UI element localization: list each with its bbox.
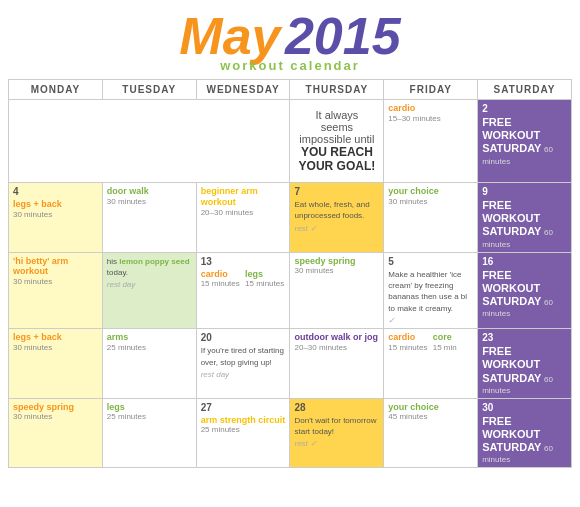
dont-wait-cell: 28 Don't wait for tomorrow start today! …: [290, 398, 384, 468]
your-choice-cell-1: your choice 30 minutes: [384, 183, 478, 253]
workout-title: arm strength circuit: [201, 415, 286, 425]
day-number: 7: [294, 186, 379, 197]
workout-item-core: core 15 min: [433, 332, 473, 352]
eat-fresh-cell: 7 Eat whole, fresh, and unprocessed food…: [290, 183, 384, 253]
weekday-tuesday: TUESDAY: [102, 80, 196, 100]
ice-cream-note-cell: 5 Make a healthier 'ice cream' by freezi…: [384, 252, 478, 329]
calendar-table: MONDAY TUESDAY WEDNESDAY THURSDAY FRIDAY…: [8, 79, 572, 468]
weekday-thursday: THURSDAY: [290, 80, 384, 100]
outdoor-walk-cell: outdoor walk or jog 20–30 minutes: [290, 329, 384, 399]
workout-minutes: 15 minutes: [201, 279, 241, 288]
workout-minutes: 25 minutes: [201, 425, 286, 434]
workout-title: 'hi betty' arm workout: [13, 256, 68, 277]
day-number: 23: [482, 332, 567, 343]
subtitle: workout calendar: [8, 58, 572, 73]
motivational-bold: YOU REACH YOUR GOAL!: [298, 145, 375, 173]
workout-minutes: 25 minutes: [107, 343, 192, 352]
workout-minutes: 15 minutes: [388, 343, 428, 352]
workout-title: cardio: [201, 269, 228, 279]
stop-giving-up-cell: 20 If you're tired of starting over, sto…: [196, 329, 290, 399]
day-number: 13: [201, 256, 286, 267]
arms-cell: arms 25 minutes: [102, 329, 196, 399]
workout-title: core: [433, 332, 452, 342]
weekday-monday: MONDAY: [9, 80, 103, 100]
free-saturday-3: 16 FREE WORKOUT SATURDAY 60 minutes: [478, 252, 572, 329]
day-number: 30: [482, 402, 567, 413]
workout-minutes: 15 minutes: [245, 279, 285, 288]
free-saturday-1: 2 FREE WORKOUT SATURDAY 60 minutes: [478, 100, 572, 183]
empty-cell: [9, 100, 290, 183]
workout-minutes: 30 minutes: [294, 266, 379, 275]
header: May 2015 workout calendar: [8, 10, 572, 73]
free-workout-label: FREE WORKOUT SATURDAY: [482, 269, 541, 307]
table-row: legs + back 30 minutes arms 25 minutes 2…: [9, 329, 572, 399]
note-text: his lemon poppy seed today.: [107, 257, 190, 277]
workout-minutes: 30 minutes: [13, 343, 98, 352]
free-workout-label: FREE WORKOUT SATURDAY: [482, 345, 541, 383]
workout-minutes: 45 minutes: [388, 412, 473, 421]
rest-day-label: rest day: [107, 280, 192, 289]
workout-minutes: 25 minutes: [107, 412, 192, 421]
table-row: 'hi betty' arm workout 30 minutes his le…: [9, 252, 572, 329]
day-number: 16: [482, 256, 567, 267]
day-number: 5: [388, 256, 473, 267]
workout-minutes: 30 minutes: [388, 197, 473, 206]
beginner-arm-cell: beginner arm workout 20–30 minutes: [196, 183, 290, 253]
free-workout-label: FREE WORKOUT SATURDAY: [482, 415, 541, 453]
note-text: Eat whole, fresh, and unprocessed foods.: [294, 200, 369, 220]
arm-strength-cell: 27 arm strength circuit 25 minutes: [196, 398, 290, 468]
workout-title: speedy spring: [294, 256, 355, 266]
workout-minutes: 15 min: [433, 343, 473, 352]
workout-title: outdoor walk or jog: [294, 332, 378, 342]
workout-item-legs: legs 15 minutes: [245, 269, 285, 289]
cardio-core-cell: cardio 15 minutes core 15 min: [384, 329, 478, 399]
note-text: If you're tired of starting over, stop g…: [201, 346, 284, 366]
free-saturday-5: 30 FREE WORKOUT SATURDAY 60 minutes: [478, 398, 572, 468]
day-number: 20: [201, 332, 286, 343]
weekday-header-row: MONDAY TUESDAY WEDNESDAY THURSDAY FRIDAY…: [9, 80, 572, 100]
workout-minutes: 15–30 minutes: [388, 114, 473, 123]
header-title: May 2015: [8, 10, 572, 62]
workout-title: cardio: [388, 103, 415, 113]
table-row: 4 legs + back 30 minutes door walk 30 mi…: [9, 183, 572, 253]
workout-title: cardio: [388, 332, 415, 342]
workout-item-cardio: cardio 15 minutes: [388, 332, 428, 352]
motivational-cell: It always seems impossible until YOU REA…: [290, 100, 384, 183]
weekday-saturday: SATURDAY: [478, 80, 572, 100]
workout-item-cardio: cardio 15 minutes: [201, 269, 241, 289]
your-choice-cell-2: your choice 45 minutes: [384, 398, 478, 468]
note-text: Don't wait for tomorrow start today!: [294, 416, 376, 436]
workout-minutes: 20–30 minutes: [294, 343, 379, 352]
motivational-text: It always seems impossible until YOU REA…: [294, 103, 379, 179]
hi-betty-cell: 'hi betty' arm workout 30 minutes: [9, 252, 103, 329]
table-row: It always seems impossible until YOU REA…: [9, 100, 572, 183]
lemon-poppy-cell: his lemon poppy seed today. rest day: [102, 252, 196, 329]
workout-title: legs: [245, 269, 263, 279]
day-number: 4: [13, 186, 98, 197]
workout-minutes: 30 minutes: [13, 210, 98, 219]
workout-title: your choice: [388, 186, 439, 196]
workout-minutes: 30 minutes: [13, 277, 98, 286]
day-number: 28: [294, 402, 379, 413]
door-walk-cell: door walk 30 minutes: [102, 183, 196, 253]
rest-day-label: rest ✓: [294, 224, 379, 233]
day-number: 9: [482, 186, 567, 197]
page: May 2015 workout calendar MONDAY TUESDAY…: [0, 0, 580, 476]
free-workout-label: FREE WORKOUT SATURDAY: [482, 116, 541, 154]
year-label: 2015: [285, 7, 401, 65]
workout-title: legs + back: [13, 199, 62, 209]
speedy-spring-cell-1: speedy spring 30 minutes: [290, 252, 384, 329]
workout-title: arms: [107, 332, 129, 342]
workout-title: speedy spring: [13, 402, 74, 412]
free-workout-label: FREE WORKOUT SATURDAY: [482, 199, 541, 237]
workout-title: door walk: [107, 186, 149, 196]
workout-title: legs + back: [13, 332, 62, 342]
workout-title: legs: [107, 402, 125, 412]
day-number: 2: [482, 103, 567, 114]
day-number: 27: [201, 402, 286, 413]
workout-minutes: 30 minutes: [13, 412, 98, 421]
speedy-spring-cell-2: speedy spring 30 minutes: [9, 398, 103, 468]
workout-title: beginner arm workout: [201, 186, 258, 207]
rest-day-label: rest ✓: [294, 439, 379, 448]
workout-minutes: 20–30 minutes: [201, 208, 286, 217]
